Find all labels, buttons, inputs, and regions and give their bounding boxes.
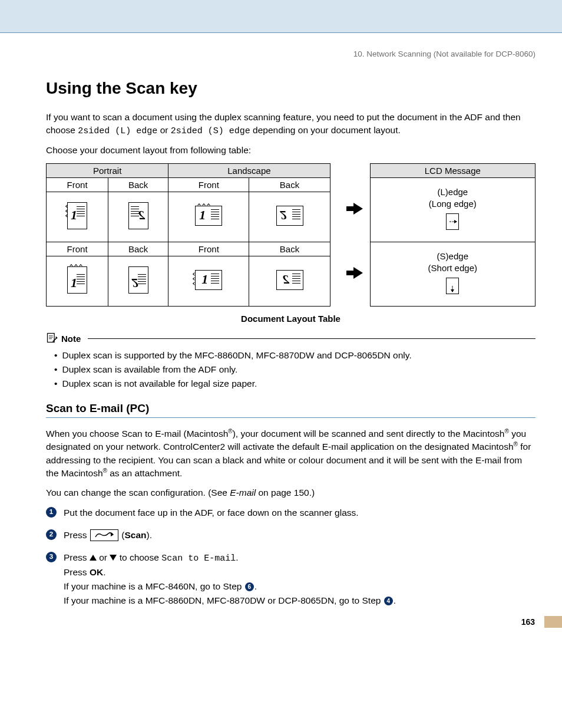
cell-front: Front <box>168 177 249 192</box>
scan-to-email-code: Scan to E-mail <box>161 554 236 564</box>
portrait-back-1: 2 <box>108 192 168 242</box>
note-label: Note <box>61 334 81 344</box>
cell-front: Front <box>47 242 108 256</box>
code-2sided-l: 2sided (L) edge <box>78 126 157 136</box>
step-3-text: Press or to choose Scan to E-mail. Press… <box>64 551 396 608</box>
intro-paragraph: If you want to scan a document using the… <box>46 111 535 138</box>
steps-list: 1 Put the document face up in the ADF, o… <box>46 506 535 608</box>
note-rule <box>88 338 535 339</box>
intro-text-mid: or <box>157 125 170 135</box>
config-paragraph: You can change the scan configuration. (… <box>46 486 535 499</box>
page-title: Using the Scan key <box>46 79 535 98</box>
scan-label: Scan <box>124 530 146 540</box>
registered-mark: ® <box>504 428 508 434</box>
portrait-back-2: 2 <box>108 256 168 306</box>
step-1-text: Put the document face up in the ADF, or … <box>64 506 359 520</box>
step-number-3: 3 <box>46 552 57 562</box>
th-portrait: Portrait <box>47 163 168 177</box>
cell-back: Back <box>249 242 330 256</box>
chapter-breadcrumb: 10. Network Scanning (Not available for … <box>46 50 535 58</box>
page-content: 10. Network Scanning (Not available for … <box>0 32 562 634</box>
spacer <box>330 163 346 177</box>
step-2-text: Press (Scan). <box>64 528 152 542</box>
down-arrow-icon <box>110 555 117 561</box>
page-edge-tab <box>544 616 562 628</box>
top-decorative-band <box>0 0 562 32</box>
cell-back: Back <box>249 177 330 192</box>
page-number: 163 <box>521 617 535 627</box>
landscape-back-2: 2 <box>249 256 330 306</box>
note-item: Duplex scan is not available for legal s… <box>54 378 535 389</box>
up-arrow-icon <box>90 555 97 561</box>
long-edge-icon <box>446 213 459 230</box>
table-caption: Document Layout Table <box>46 314 535 324</box>
scan-email-paragraph: When you choose Scan to E-mail (Macintos… <box>46 427 535 480</box>
note-list: Duplex scan is supported by the MFC-8860… <box>54 350 535 389</box>
scan-button-icon <box>90 529 118 541</box>
code-2sided-s: 2sided (S) edge <box>171 126 250 136</box>
note-heading: Note <box>46 332 535 345</box>
landscape-front-2: 1 <box>168 256 249 306</box>
cell-back: Back <box>108 177 168 192</box>
arrow-icon <box>346 242 370 306</box>
step-ref-4: 4 <box>384 597 393 605</box>
spacer <box>346 163 370 177</box>
step-number-2: 2 <box>46 529 57 540</box>
note-item: Duplex scan is available from the ADF on… <box>54 364 535 375</box>
step-2: 2 Press (Scan). <box>46 528 535 542</box>
step-ref-6: 6 <box>245 582 254 591</box>
registered-mark: ® <box>228 428 232 434</box>
intro-text-2: depending on your document layout. <box>250 125 401 135</box>
arrow-icon <box>346 177 370 242</box>
cell-back: Back <box>108 242 168 256</box>
th-lcd: LCD Message <box>370 163 535 177</box>
email-link-text: E-mail <box>230 487 256 498</box>
section-heading: Scan to E-mail (PC) <box>46 402 535 418</box>
landscape-front-1: 1 <box>168 192 249 242</box>
step-1: 1 Put the document face up in the ADF, o… <box>46 506 535 520</box>
note-item: Duplex scan is supported by the MFC-8860… <box>54 350 535 361</box>
landscape-back-1: 2 <box>249 192 330 242</box>
cell-front: Front <box>47 177 108 192</box>
ok-label: OK <box>90 567 103 577</box>
step-number-1: 1 <box>46 507 57 518</box>
note-icon <box>46 332 58 345</box>
step-3: 3 Press or to choose Scan to E-mail. Pre… <box>46 551 535 608</box>
th-landscape: Landscape <box>168 163 330 177</box>
document-layout-table: Portrait Landscape LCD Message Front Bac… <box>46 163 535 307</box>
portrait-front-1: 1 <box>47 192 108 242</box>
lcd-short-edge: (S)edge (Short edge) <box>370 242 535 306</box>
intro-line-2: Choose your document layout from followi… <box>46 144 535 157</box>
registered-mark: ® <box>103 467 107 474</box>
lcd-long-edge: (L)edge (Long edge) <box>370 177 535 242</box>
registered-mark: ® <box>514 441 518 447</box>
short-edge-icon <box>446 278 459 294</box>
cell-front: Front <box>168 242 249 256</box>
portrait-front-2: 1 <box>47 256 108 306</box>
